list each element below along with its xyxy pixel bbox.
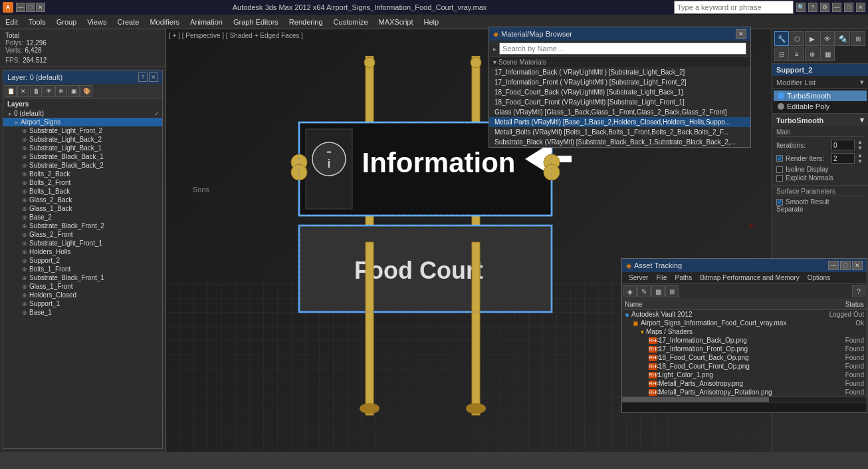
menu-graph-editors[interactable]: Graph Editors (228, 15, 284, 29)
at-row[interactable]: RHCLight_Color_1.pngFound (622, 371, 867, 379)
rp-icon-modify[interactable]: 🔧 (774, 31, 789, 46)
rp-icon-motion[interactable]: ▶ (805, 31, 819, 46)
at-menu-bitmap[interactable]: Bitmap Performance and Memory (696, 273, 804, 282)
at-tool-3[interactable]: ▦ (651, 285, 665, 297)
at-row[interactable]: RHC17_Information_Front_Op.pngFound (622, 345, 867, 353)
layer-item[interactable]: ⊕Bolts_2_Back (3, 170, 162, 178)
layer-item[interactable]: ⊕Glass_2_Back (3, 196, 162, 204)
ts-iterations-down[interactable]: ▼ (857, 145, 864, 151)
menu-edit[interactable]: Edit (0, 15, 23, 29)
mb-close-btn[interactable]: ✕ (736, 29, 746, 39)
layers-new-btn[interactable]: 📋 (5, 85, 17, 97)
rp-icon-extra4[interactable]: ⊕ (805, 47, 819, 61)
rp-icon-extra[interactable]: ⊞ (851, 31, 865, 46)
at-menu-paths[interactable]: Paths (671, 273, 697, 282)
at-row[interactable]: ◈Autodesk Vault 2012Logged Out (622, 310, 867, 319)
layers-add-btn[interactable]: ✕ (17, 85, 29, 97)
modifier-turbosmooth[interactable]: TurboSmooth (774, 90, 867, 101)
menu-tools[interactable]: Tools (23, 15, 51, 29)
menu-help[interactable]: Help (419, 15, 445, 29)
settings-icon[interactable]: ⚙ (820, 3, 829, 12)
ts-isoline-checkbox[interactable] (776, 166, 783, 173)
minimize-btn[interactable]: — (16, 3, 25, 12)
at-menu-file[interactable]: File (652, 273, 671, 282)
at-row[interactable]: RHC18_Food_Court_Back_Op.pngFound (622, 353, 867, 362)
layers-close-btn[interactable]: ✕ (149, 73, 158, 82)
rp-icon-hierarchy[interactable]: ⬡ (790, 31, 804, 46)
layer-item[interactable]: ⊕Glass_1_Back (3, 204, 162, 213)
layer-item[interactable]: ⊕Substrate_Light_Back_1 (3, 144, 162, 152)
at-row[interactable]: RHC18_Food_Court_Front_Op.pngFound (622, 362, 867, 371)
layers-freeze-btn[interactable]: ❄ (55, 85, 67, 97)
at-menu-server[interactable]: Server (625, 273, 652, 282)
rp-icon-extra2[interactable]: ⊟ (774, 47, 789, 61)
ts-iterations-input[interactable] (831, 140, 855, 150)
menu-group[interactable]: Group (51, 15, 82, 29)
layer-item[interactable]: ▸0 (default)✓ (3, 109, 162, 118)
ts-explicit-checkbox[interactable] (776, 175, 783, 182)
menu-views[interactable]: Views (82, 15, 112, 29)
at-row[interactable]: RHC17_Information_Back_Op.pngFound (622, 336, 867, 345)
layer-item[interactable]: ⊕Glass_2_Front (3, 230, 162, 239)
layer-item[interactable]: ⊕Substrate_Black_Front_1 (3, 273, 162, 282)
at-menu-options[interactable]: Options (804, 273, 834, 282)
mb-item[interactable]: Substrate_Black (VRayMtl) [Substrate_Bla… (489, 137, 750, 147)
rp-icon-utils[interactable]: 🔩 (835, 31, 850, 46)
layers-hide-btn[interactable]: 👁 (43, 85, 54, 97)
rp-icon-extra5[interactable]: ▦ (820, 47, 835, 61)
at-row[interactable]: ▾Maps / Shaders (622, 327, 867, 336)
at-tool-4[interactable]: ⊞ (665, 285, 679, 297)
mb-item[interactable]: Metall Parts (VRayMtl) [Base_1,Base_2,Ho… (489, 117, 750, 127)
titlebar-max-btn[interactable]: □ (844, 3, 853, 12)
titlebar-min-btn[interactable]: — (832, 3, 841, 12)
layer-item[interactable]: ⊕Bolts_1_Back (3, 187, 162, 196)
ts-render-iters-up[interactable]: ▲ (857, 152, 864, 158)
at-scrollbar[interactable] (622, 396, 867, 402)
layer-item[interactable]: ⊕Glass_1_Front (3, 282, 162, 291)
at-row[interactable]: RHCMetall_Parts_Anisotropy.pngFound (622, 379, 867, 388)
menu-modifiers[interactable]: Modifiers (144, 15, 185, 29)
ts-iterations-up[interactable]: ▲ (857, 139, 864, 145)
mb-item[interactable]: 17_Information_Front ( VRayLightMtl ) [S… (489, 77, 750, 87)
at-max-btn[interactable]: □ (840, 261, 851, 270)
search-btn[interactable]: 🔍 (796, 3, 806, 12)
menu-customize[interactable]: Customize (328, 15, 374, 29)
mb-item[interactable]: 18_Food_Court_Front (VRayLightMtl) [Subs… (489, 97, 750, 107)
layer-item[interactable]: ⊕Support_2 (3, 256, 162, 265)
layer-item[interactable]: ⊕Substrate_Black_Back_2 (3, 161, 162, 170)
layers-color-btn[interactable]: 🎨 (80, 85, 92, 97)
ts-render-iters-checkbox[interactable]: ✓ (776, 155, 783, 162)
at-row[interactable]: ▣Airport_Signs_Information_Food_Court_vr… (622, 319, 867, 327)
help-btn[interactable]: ? (808, 3, 817, 12)
at-min-btn[interactable]: — (828, 261, 839, 270)
close-btn[interactable]: ✕ (36, 3, 45, 12)
rp-icon-display[interactable]: 👁 (820, 31, 835, 46)
at-help-btn[interactable]: ? (852, 285, 865, 297)
layer-item[interactable]: ⊕Base_2 (3, 213, 162, 222)
ts-render-iters-input[interactable] (831, 153, 855, 164)
layer-item[interactable]: ⊕Substrate_Black_Front_2 (3, 222, 162, 230)
layers-help-btn[interactable]: ? (138, 73, 148, 82)
ts-smooth-result-checkbox[interactable]: ✓ (776, 199, 783, 206)
mb-item[interactable]: Glass (VRayMtl) [Glass_1_Back,Glass_1_Fr… (489, 107, 750, 117)
layer-item[interactable]: ⊕Holders_Holls (3, 247, 162, 256)
at-tool-1[interactable]: ◈ (623, 285, 637, 297)
layer-item[interactable]: ⊕Substrate_Light_Back_2 (3, 135, 162, 144)
ts-render-iters-down[interactable]: ▼ (857, 158, 864, 164)
layers-render-btn[interactable]: ▣ (68, 85, 80, 97)
layer-item[interactable]: ⊕Holders_Closed (3, 291, 162, 299)
rp-icon-extra3[interactable]: ≡ (790, 47, 804, 61)
menu-rendering[interactable]: Rendering (284, 15, 328, 29)
search-input[interactable] (674, 1, 794, 14)
at-tool-2[interactable]: ✎ (637, 285, 651, 297)
layer-item[interactable]: ⊕Substrate_Light_Front_1 (3, 239, 162, 247)
titlebar-close-btn[interactable]: ✕ (856, 3, 865, 12)
at-close-btn[interactable]: ✕ (852, 261, 863, 270)
layer-item[interactable]: ⊕Substrate_Black_Back_1 (3, 152, 162, 161)
mb-item[interactable]: 18_Food_Court_Back (VRayLightMtl) [Subst… (489, 87, 750, 97)
mb-search-input[interactable] (499, 43, 746, 55)
layers-delete-btn[interactable]: 🗑 (30, 85, 42, 97)
at-row[interactable]: RHCMetall_Parts_Anisotropy_Rotation.pngF… (622, 388, 867, 396)
restore-btn[interactable]: □ (26, 3, 35, 12)
layer-item[interactable]: ⊕Bolts_1_Front (3, 265, 162, 273)
